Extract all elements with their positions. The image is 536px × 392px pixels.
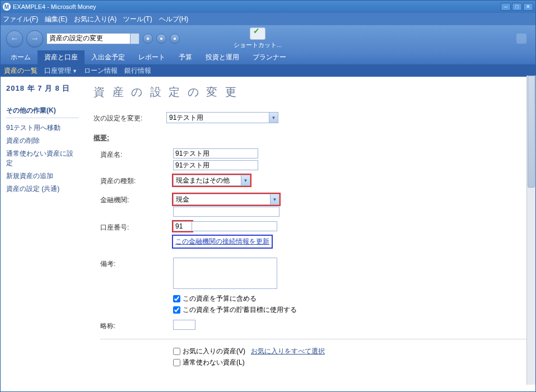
chevron-down-icon: ▼ [241,175,250,185]
select-target[interactable]: 91テスト用 ▼ [166,112,278,123]
tool-button-3[interactable]: ● [170,34,180,44]
checkbox-savings-target-label: この資産を予算の貯蓄目標に使用する [183,305,297,315]
sidebar-header: その他の作業(K) [6,106,79,118]
address-dropdown-button[interactable] [130,33,139,44]
checkbox-include-budget[interactable] [173,295,180,302]
select-institution[interactable]: 現金 ▼ [173,194,279,205]
tab-planner[interactable]: プランナー [246,50,293,64]
input-asset-name-2[interactable] [173,160,258,170]
divider [100,339,526,339]
checkbox-include-budget-row[interactable]: この資産を予算に含める [173,294,297,304]
tool-button-1[interactable]: ● [143,34,153,44]
textarea-notes[interactable] [173,258,277,289]
sidebar-item-common[interactable]: 資産の設定 (共通) [6,183,79,195]
label-abbrev: 略称: [100,320,173,331]
sidebar-item-unused[interactable]: 通常使わない資産に設定 [6,147,79,170]
link-select-all-favorites[interactable]: お気に入りをすべて選択 [251,347,325,356]
checkbox-unused-label: 通常使わない資産(L) [183,358,245,367]
toolbar-right-icon[interactable] [516,34,526,44]
checkbox-savings-target-row[interactable]: この資産を予算の貯蓄目標に使用する [173,305,297,315]
tab-invest[interactable]: 投資と運用 [199,50,246,64]
select-asset-type-value: 現金またはその他 [174,176,241,185]
menu-help[interactable]: ヘルプ(H) [159,15,189,24]
tool-button-2[interactable]: ● [156,34,166,44]
tab-assets[interactable]: 資産と口座 [38,50,85,64]
checkbox-unused[interactable] [173,359,180,366]
checkbox-include-budget-label: この資産を予算に含める [183,294,257,304]
input-account-no[interactable] [192,221,277,231]
window-title: EXAMPLE4 - Microsoft Money [13,3,501,10]
menu-tools[interactable]: ツール(T) [123,15,152,24]
label-notes: 備考: [100,258,173,269]
nav-forward-button[interactable]: → [26,30,43,47]
subtab-account-mgmt[interactable]: 口座管理▼ [44,66,77,76]
label-account-no: 口座番号: [100,221,173,232]
subtab-loan-info[interactable]: ローン情報 [84,66,118,76]
nav-back-button[interactable]: ← [6,30,23,47]
label-asset-type: 資産の種類: [100,175,173,186]
menu-favorites[interactable]: お気に入り(A) [74,15,116,24]
subtab-bank-info[interactable]: 銀行情報 [124,66,151,76]
maximize-button[interactable]: □ [512,3,522,11]
chevron-down-icon: ▼ [270,194,279,204]
minimize-button[interactable]: ─ [501,3,511,11]
label-asset-name: 資産名: [100,148,173,160]
shortcut-icon[interactable] [250,27,265,40]
label-change-target: 次の設定を変更: [94,112,166,123]
address-box[interactable]: 資産の設定の変更 [46,33,130,44]
input-account-no-prefix[interactable] [173,221,192,231]
checkbox-unused-row[interactable]: 通常使わない資産(L) [173,358,325,367]
scrollbar[interactable] [526,76,535,385]
chevron-down-icon: ▼ [72,68,77,74]
tab-reports[interactable]: レポート [132,50,172,64]
address-text: 資産の設定の変更 [49,34,103,43]
chevron-down-icon: ▼ [269,113,278,123]
subtab-asset-list[interactable]: 資産の一覧 [4,66,38,76]
tab-home[interactable]: ホーム [4,50,38,64]
menu-file[interactable]: ファイル(F) [3,15,38,24]
tab-deposits[interactable]: 入出金予定 [85,50,132,64]
shortcut-label: ショートカット... [234,41,282,49]
checkbox-savings-target[interactable] [173,306,180,314]
scrollbar-thumb[interactable] [528,76,535,188]
checkbox-favorite-row[interactable]: お気に入りの資産(V) お気に入りをすべて選択 [173,347,325,356]
link-update-connection[interactable]: この金融機関の接続情報を更新 [173,236,272,248]
sidebar-item-goto[interactable]: 91テスト用へ移動 [6,122,79,134]
label-institution: 金融機関: [100,194,173,205]
checkbox-favorite[interactable] [173,348,180,355]
input-asset-name-1[interactable] [173,148,258,158]
menu-edit[interactable]: 編集(E) [45,15,67,24]
select-target-value: 91テスト用 [167,113,269,123]
sidebar-item-new[interactable]: 新規資産の追加 [6,170,79,183]
app-icon: M [3,3,11,11]
select-institution-value: 現金 [174,195,270,204]
page-title: 資 産 の 設 定 の 変 更 [94,85,526,100]
section-overview: 概要: [94,133,526,143]
sidebar-item-delete[interactable]: 資産の削除 [6,134,79,147]
input-abbrev[interactable] [173,320,195,330]
tab-budget[interactable]: 予算 [172,50,199,64]
sidebar-date: 2018 年 7 月 8 日 [6,83,79,94]
close-button[interactable]: ✕ [523,3,533,11]
select-asset-type[interactable]: 現金またはその他 ▼ [173,175,250,186]
checkbox-favorite-label: お気に入りの資産(V) [183,347,245,356]
input-institution-extra[interactable] [173,207,279,217]
